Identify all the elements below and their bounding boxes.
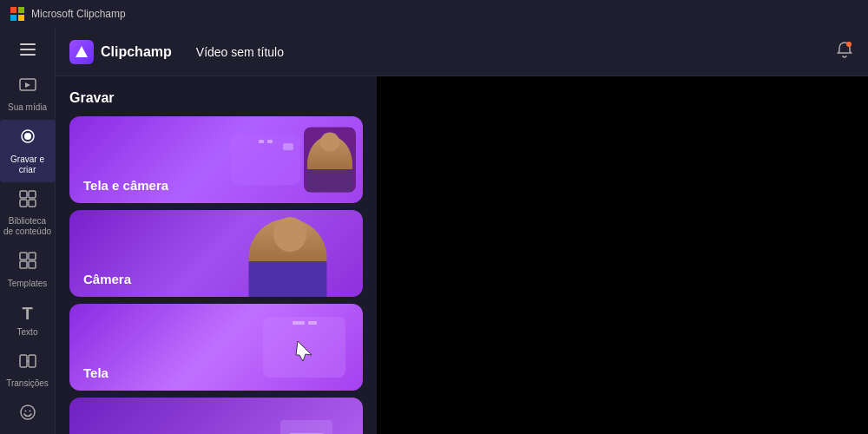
templates-icon	[18, 251, 37, 275]
right-panel	[377, 76, 868, 434]
svg-rect-1	[18, 7, 24, 13]
svg-rect-2	[10, 15, 16, 21]
top-bar: Clipchamp Vídeo sem título	[56, 28, 868, 76]
sidebar-item-text-label: Texto	[17, 327, 38, 338]
content-area: Gravar Tela e câmera	[56, 76, 868, 434]
project-title[interactable]: Vídeo sem título	[186, 42, 294, 62]
svg-rect-10	[29, 200, 36, 207]
svg-rect-14	[29, 261, 36, 268]
svg-rect-13	[20, 261, 27, 268]
svg-rect-8	[29, 191, 36, 198]
sidebar-item-text[interactable]: T Texto	[0, 296, 56, 345]
media-icon	[18, 75, 37, 99]
notification-icon[interactable]	[835, 40, 854, 63]
sidebar-item-content-label: Biblioteca de conteúdo	[3, 216, 52, 237]
sidebar-item-templates-label: Templates	[8, 279, 48, 289]
svg-rect-9	[20, 200, 27, 207]
card-extra-deco	[276, 411, 345, 434]
sidebar-item-transitions-label: Transições	[6, 378, 49, 389]
sidebar-item-record[interactable]: Gravar e criar	[0, 120, 56, 182]
sidebar: Sua mídia Gravar e criar B	[0, 28, 56, 434]
sidebar-item-media[interactable]: Sua mídia	[0, 68, 56, 120]
svg-rect-12	[29, 253, 36, 260]
svg-rect-7	[20, 191, 27, 198]
svg-rect-0	[10, 7, 16, 13]
record-icon	[18, 127, 37, 151]
win-controls	[259, 140, 273, 143]
text-icon: T	[22, 303, 32, 324]
main-area: Clipchamp Vídeo sem título Gravar Tela e…	[56, 28, 868, 434]
logo-icon	[69, 40, 94, 64]
app-icon	[10, 7, 24, 21]
svg-rect-15	[20, 355, 27, 367]
card-deco-camera	[241, 210, 363, 297]
left-panel: Gravar Tela e câmera	[56, 76, 377, 434]
hamburger-icon	[20, 43, 36, 56]
content-icon	[18, 189, 37, 214]
card-label-screen-camera: Tela e câmera	[83, 178, 168, 193]
section-title: Gravar	[69, 90, 363, 106]
title-bar: Microsoft Clipchamp	[0, 0, 868, 28]
app-container: Sua mídia Gravar e criar B	[0, 28, 868, 434]
app-title: Microsoft Clipchamp	[31, 8, 126, 20]
svg-rect-3	[18, 15, 24, 21]
menu-button[interactable]	[0, 35, 56, 64]
svg-rect-11	[20, 253, 27, 260]
sidebar-item-more[interactable]	[0, 396, 56, 434]
svg-point-19	[29, 411, 30, 412]
logo-area: Clipchamp	[69, 40, 172, 64]
screen-win-controls	[293, 321, 317, 325]
more-icon	[18, 403, 37, 427]
svg-point-18	[24, 411, 26, 412]
sidebar-item-content[interactable]: Biblioteca de conteúdo	[0, 182, 56, 245]
svg-point-20	[846, 42, 852, 47]
record-card-camera[interactable]: Câmera	[69, 210, 363, 297]
record-card-screen-camera[interactable]: Tela e câmera	[69, 116, 363, 203]
card-label-camera: Câmera	[83, 272, 131, 286]
svg-point-17	[21, 405, 35, 419]
sidebar-item-transitions[interactable]: Transições	[0, 345, 56, 397]
svg-rect-16	[29, 355, 36, 367]
sidebar-item-templates[interactable]: Templates	[0, 244, 56, 296]
transitions-icon	[18, 352, 37, 376]
svg-rect-21	[280, 420, 332, 434]
svg-point-6	[24, 133, 31, 140]
sidebar-item-media-label: Sua mídia	[8, 102, 47, 113]
logo-text: Clipchamp	[101, 44, 172, 60]
card-deco-screen-camera	[241, 116, 363, 203]
card-label-screen: Tela	[83, 365, 108, 380]
screen-mini	[283, 143, 293, 150]
record-card-screen[interactable]: Tela	[69, 304, 363, 391]
card-deco-screen	[241, 304, 363, 391]
sidebar-item-record-label: Gravar e criar	[3, 155, 52, 175]
record-card-extra[interactable]	[69, 398, 363, 434]
